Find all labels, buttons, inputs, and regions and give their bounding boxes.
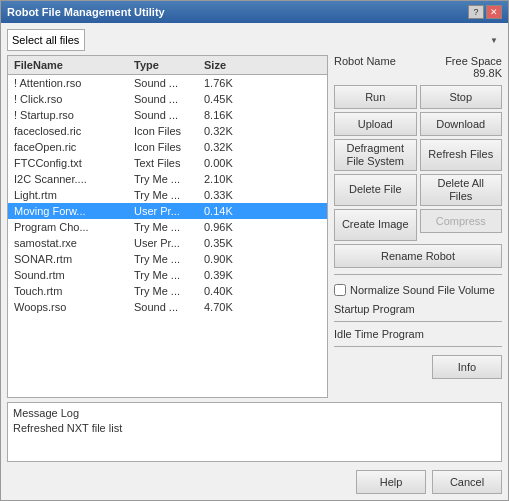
normalize-checkbox-row: Normalize Sound File Volume [334, 281, 502, 299]
file-type: Icon Files [132, 140, 202, 154]
idle-time-program-section: Idle Time Program [334, 328, 502, 340]
file-name: SONAR.rtm [12, 252, 132, 266]
file-name: Moving Forw... [12, 204, 132, 218]
startup-program-section: Startup Program [334, 303, 502, 315]
table-row[interactable]: Moving Forw... User Pr... 0.14K [8, 203, 327, 219]
col-type: Type [132, 58, 202, 72]
file-name: ! Attention.rso [12, 76, 132, 90]
file-size: 2.10K [202, 172, 252, 186]
cancel-button[interactable]: Cancel [432, 470, 502, 494]
normalize-label: Normalize Sound File Volume [350, 283, 495, 297]
file-name: faceOpen.ric [12, 140, 132, 154]
message-log-title: Message Log [13, 406, 496, 421]
main-window: Robot File Management Utility ? ✕ Select… [0, 0, 509, 501]
table-row[interactable]: Program Cho... Try Me ... 0.96K [8, 219, 327, 235]
table-row[interactable]: faceclosed.ric Icon Files 0.32K [8, 123, 327, 139]
delete-all-button[interactable]: Delete All Files [420, 174, 503, 206]
table-row[interactable]: I2C Scanner.... Try Me ... 2.10K [8, 171, 327, 187]
file-name: Sound.rtm [12, 268, 132, 282]
file-size: 0.45K [202, 92, 252, 106]
run-button[interactable]: Run [334, 85, 417, 109]
file-name: FTCConfig.txt [12, 156, 132, 170]
file-type: Try Me ... [132, 220, 202, 234]
file-type: Text Files [132, 156, 202, 170]
table-row[interactable]: faceOpen.ric Icon Files 0.32K [8, 139, 327, 155]
file-name: I2C Scanner.... [12, 172, 132, 186]
create-image-button[interactable]: Create Image [334, 209, 417, 241]
file-size: 0.39K [202, 268, 252, 282]
message-log-panel: Message Log Refreshed NXT file list [7, 402, 502, 462]
file-name: samostat.rxe [12, 236, 132, 250]
file-name: Light.rtm [12, 188, 132, 202]
defragment-button[interactable]: Defragment File System [334, 139, 417, 171]
file-type: User Pr... [132, 204, 202, 218]
file-type: Try Me ... [132, 284, 202, 298]
content-area: Select all files FileName Type Size ! At… [1, 23, 508, 500]
file-list-body[interactable]: ! Attention.rso Sound ... 1.76K ! Click.… [8, 75, 327, 397]
file-name: Woops.rso [12, 300, 132, 314]
file-size: 0.96K [202, 220, 252, 234]
help-button[interactable]: Help [356, 470, 426, 494]
rename-robot-button[interactable]: Rename Robot [334, 244, 502, 268]
robot-info-row: Robot Name Free Space 89.8K [334, 55, 502, 81]
table-row[interactable]: Woops.rso Sound ... 4.70K [8, 299, 327, 315]
message-log-content: Refreshed NXT file list [13, 421, 496, 436]
table-row[interactable]: ! Attention.rso Sound ... 1.76K [8, 75, 327, 91]
file-size: 0.32K [202, 124, 252, 138]
file-type: Try Me ... [132, 268, 202, 282]
file-type: Sound ... [132, 300, 202, 314]
startup-program-label: Startup Program [334, 302, 415, 316]
table-row[interactable]: Sound.rtm Try Me ... 0.39K [8, 267, 327, 283]
window-title: Robot File Management Utility [7, 6, 165, 18]
help-title-button[interactable]: ? [468, 5, 484, 19]
file-size: 0.14K [202, 204, 252, 218]
file-type: User Pr... [132, 236, 202, 250]
top-row: Select all files [7, 29, 502, 51]
close-button[interactable]: ✕ [486, 5, 502, 19]
select-files-dropdown[interactable]: Select all files [7, 29, 85, 51]
file-size: 0.32K [202, 140, 252, 154]
upload-button[interactable]: Upload [334, 112, 417, 136]
compress-button[interactable]: Compress [420, 209, 503, 233]
file-name: faceclosed.ric [12, 124, 132, 138]
table-row[interactable]: ! Startup.rso Sound ... 8.16K [8, 107, 327, 123]
file-size: 0.33K [202, 188, 252, 202]
normalize-checkbox[interactable] [334, 284, 346, 296]
col-filename: FileName [12, 58, 132, 72]
table-row[interactable]: SONAR.rtm Try Me ... 0.90K [8, 251, 327, 267]
delete-file-button[interactable]: Delete File [334, 174, 417, 206]
free-space-label: Free Space [445, 55, 502, 67]
file-list-header: FileName Type Size [8, 56, 327, 75]
separator-1 [334, 274, 502, 275]
file-size: 0.35K [202, 236, 252, 250]
file-name: Program Cho... [12, 220, 132, 234]
idle-time-program-label: Idle Time Program [334, 327, 424, 341]
file-type: Try Me ... [132, 252, 202, 266]
info-button[interactable]: Info [432, 355, 502, 379]
table-row[interactable]: Light.rtm Try Me ... 0.33K [8, 187, 327, 203]
button-grid: Run Stop Upload Download Defragment File… [334, 85, 502, 268]
robot-name-label: Robot Name [334, 55, 437, 67]
table-row[interactable]: FTCConfig.txt Text Files 0.00K [8, 155, 327, 171]
info-row: Info [334, 355, 502, 379]
separator-3 [334, 346, 502, 347]
stop-button[interactable]: Stop [420, 85, 503, 109]
table-row[interactable]: Touch.rtm Try Me ... 0.40K [8, 283, 327, 299]
file-size: 0.40K [202, 284, 252, 298]
file-type: Sound ... [132, 92, 202, 106]
right-panel: Robot Name Free Space 89.8K Run Stop Upl… [334, 55, 502, 398]
file-size: 1.76K [202, 76, 252, 90]
table-row[interactable]: samostat.rxe User Pr... 0.35K [8, 235, 327, 251]
free-space-value: 89.8K [473, 67, 502, 79]
file-type: Try Me ... [132, 188, 202, 202]
space-col: Free Space 89.8K [445, 55, 502, 79]
file-size: 8.16K [202, 108, 252, 122]
separator-2 [334, 321, 502, 322]
refresh-files-button[interactable]: Refresh Files [420, 139, 503, 171]
file-list-panel: FileName Type Size ! Attention.rso Sound… [7, 55, 328, 398]
table-row[interactable]: ! Click.rso Sound ... 0.45K [8, 91, 327, 107]
main-area: FileName Type Size ! Attention.rso Sound… [7, 55, 502, 398]
file-size: 0.00K [202, 156, 252, 170]
download-button[interactable]: Download [420, 112, 503, 136]
file-type: Icon Files [132, 124, 202, 138]
